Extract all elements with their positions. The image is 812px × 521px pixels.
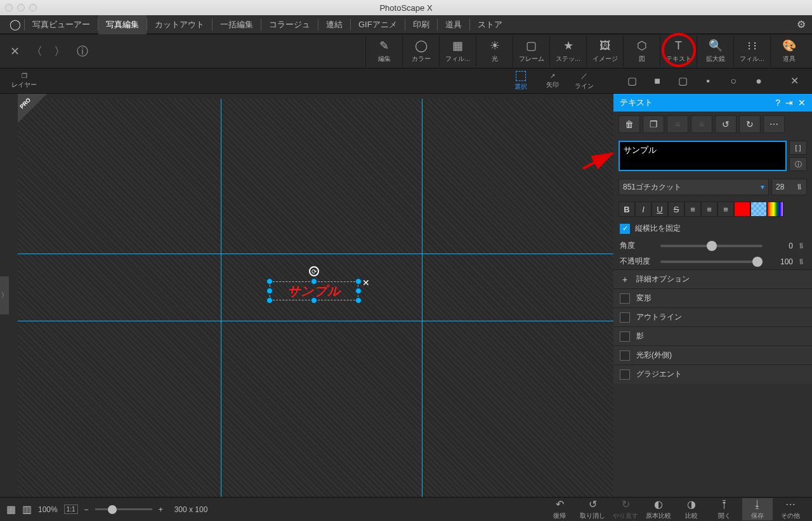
- rotate-ccw-icon[interactable]: ↺: [715, 115, 737, 133]
- minimize-window-icon[interactable]: [17, 4, 25, 11]
- stepper-icon[interactable]: ⥮: [798, 241, 806, 250]
- checkbox-icon[interactable]: [620, 312, 630, 323]
- rotate-cw-icon[interactable]: ↻: [739, 115, 761, 133]
- strike-button[interactable]: S: [668, 202, 684, 217]
- forward-icon[interactable]: 〉: [54, 44, 65, 59]
- text-object[interactable]: ⟳ サンプル ✕: [270, 281, 358, 300]
- option-グラジエント[interactable]: グラジエント: [613, 364, 812, 383]
- delete-object-icon[interactable]: ✕: [362, 278, 370, 288]
- shape-circle[interactable]: ○: [721, 72, 746, 91]
- option-変形[interactable]: 変形: [613, 288, 812, 307]
- info-button[interactable]: ⓘ: [789, 157, 807, 171]
- more-icon[interactable]: ⋯: [763, 115, 785, 133]
- open-button[interactable]: ⭱開く: [709, 498, 740, 520]
- shape-filled-square[interactable]: ■: [645, 72, 670, 91]
- close-icon[interactable]: ✕: [10, 44, 20, 58]
- compare-original-button[interactable]: ◐原本比較: [643, 498, 674, 520]
- resize-handle[interactable]: [355, 278, 362, 285]
- checkbox-icon[interactable]: [620, 331, 630, 342]
- shape-outline-square[interactable]: ▢: [619, 72, 645, 91]
- opacity-slider[interactable]: [660, 260, 763, 263]
- menu-print[interactable]: 印刷: [405, 15, 437, 34]
- align-right-icon[interactable]: ≡: [691, 115, 712, 133]
- duplicate-icon[interactable]: ❐: [643, 115, 664, 133]
- menu-editor[interactable]: 写真編集: [98, 15, 147, 34]
- resize-handle[interactable]: [266, 297, 273, 304]
- pin-icon[interactable]: ⇥: [785, 98, 793, 108]
- close-subtool-icon[interactable]: ✕: [782, 72, 807, 91]
- resize-handle[interactable]: [355, 297, 362, 304]
- option-アウトライン[interactable]: アウトライン: [613, 307, 812, 326]
- zoom-in-icon[interactable]: +: [159, 505, 163, 514]
- italic-button[interactable]: I: [635, 202, 652, 217]
- shape-filled-circle[interactable]: ●: [746, 72, 771, 91]
- tool-カラー[interactable]: ◯カラー: [402, 35, 439, 67]
- text-input[interactable]: サンプル: [619, 141, 787, 171]
- tool-拡大鏡[interactable]: 🔍拡大鏡: [697, 35, 733, 67]
- bracket-button[interactable]: [ ]: [789, 141, 807, 155]
- tool-編集[interactable]: ✎編集: [365, 35, 402, 67]
- resize-handle[interactable]: [311, 297, 317, 304]
- tool-テキスト[interactable]: Tテキスト: [660, 35, 697, 67]
- font-select[interactable]: 851ゴチカクット ▾: [619, 179, 769, 195]
- tool-フィル...[interactable]: ⫶⫶フィル...: [733, 35, 770, 67]
- align-left-button[interactable]: ≡: [684, 202, 701, 217]
- save-button[interactable]: ⭳保存: [742, 498, 773, 520]
- settings-icon[interactable]: ⚙: [797, 18, 806, 30]
- stepper-icon[interactable]: ⥮: [798, 257, 806, 266]
- zoom-slider[interactable]: [95, 508, 152, 510]
- font-size-input[interactable]: 28 ⥮: [771, 179, 807, 195]
- underline-button[interactable]: U: [652, 202, 668, 217]
- select-tool[interactable]: 選択: [505, 71, 537, 91]
- pattern-swatch[interactable]: [750, 202, 767, 217]
- back-icon[interactable]: 〈: [31, 44, 43, 59]
- resize-handle[interactable]: [311, 278, 317, 285]
- menu-collage[interactable]: コラージュ: [261, 15, 318, 34]
- rotate-handle-icon[interactable]: ⟳: [309, 266, 319, 276]
- tool-ステッ...[interactable]: ★ステッ...: [549, 35, 586, 67]
- resize-handle[interactable]: [266, 278, 273, 285]
- info-icon[interactable]: ⓘ: [77, 44, 88, 59]
- zoom-out-icon[interactable]: −: [84, 505, 89, 514]
- tool-光[interactable]: ☀光: [476, 35, 513, 67]
- redo-button[interactable]: ↻やり直す: [610, 498, 641, 520]
- undo-button[interactable]: ↺取り消し: [577, 498, 608, 520]
- app-logo-icon[interactable]: ◯: [6, 18, 24, 30]
- window-controls[interactable]: [5, 4, 37, 11]
- tool-フレーム[interactable]: ▢フレーム: [513, 35, 549, 67]
- arrow-tool[interactable]: ↗ 矢印: [537, 72, 568, 89]
- tool-道具[interactable]: 🎨道具: [770, 35, 807, 67]
- revert-button[interactable]: ↶復帰: [544, 498, 575, 520]
- resize-handle[interactable]: [266, 288, 273, 294]
- panel-expand-handle[interactable]: 〉: [0, 276, 9, 314]
- menu-gif[interactable]: GIFアニメ: [351, 15, 405, 34]
- menu-cutout[interactable]: カットアウト: [147, 15, 212, 34]
- compare-button[interactable]: ◑比較: [676, 498, 707, 520]
- angle-slider[interactable]: [660, 245, 763, 247]
- resize-handle[interactable]: [355, 288, 362, 294]
- option-影[interactable]: 影: [613, 326, 812, 345]
- checkbox-icon[interactable]: [620, 351, 630, 361]
- checkbox-icon[interactable]: [620, 370, 630, 380]
- align-right-button[interactable]: ≡: [717, 202, 734, 217]
- checkbox-icon[interactable]: [620, 293, 630, 304]
- bold-button[interactable]: B: [619, 202, 635, 217]
- close-panel-icon[interactable]: ✕: [798, 98, 806, 108]
- shape-filled-rounded[interactable]: ▪: [695, 72, 721, 91]
- zoom-ratio[interactable]: 1:1: [64, 505, 78, 514]
- help-icon[interactable]: ?: [775, 98, 780, 108]
- gradient-swatch[interactable]: [767, 202, 783, 217]
- zoom-window-icon[interactable]: [29, 4, 37, 11]
- lock-aspect-checkbox[interactable]: ✓: [620, 224, 630, 234]
- menu-tools[interactable]: 道具: [438, 15, 469, 34]
- text-color-swatch[interactable]: [734, 202, 750, 217]
- align-left-icon[interactable]: ≡: [667, 115, 688, 133]
- histogram-icon[interactable]: ▥: [22, 503, 32, 515]
- close-window-icon[interactable]: [5, 4, 13, 11]
- canvas[interactable]: 〉 PRO ⟳ サンプル ✕: [0, 94, 613, 497]
- delete-icon[interactable]: 🗑: [619, 115, 640, 133]
- shape-rounded-square[interactable]: ▢: [670, 72, 695, 91]
- menu-batch[interactable]: 一括編集: [213, 15, 261, 34]
- tool-図[interactable]: ⬡図: [623, 35, 660, 67]
- grid-icon[interactable]: ▦: [6, 503, 16, 515]
